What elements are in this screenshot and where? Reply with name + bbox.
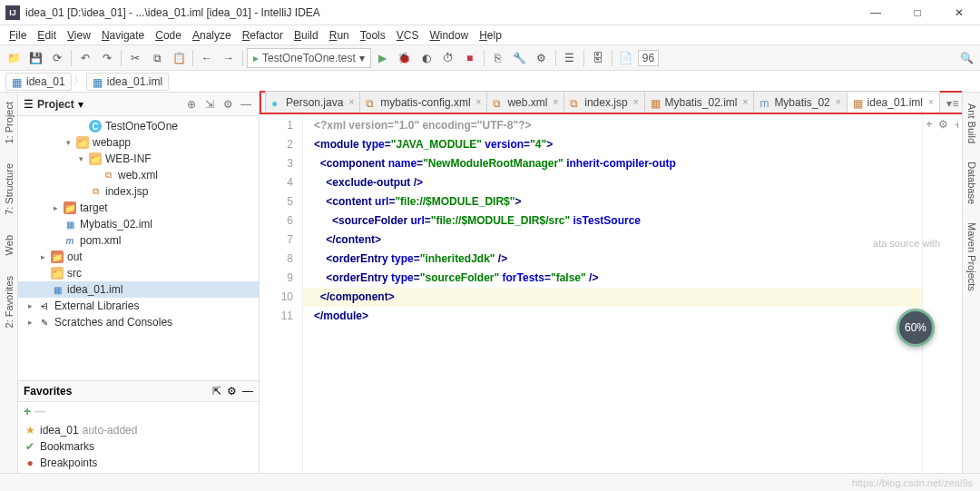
tree-item-out[interactable]: ▸📁out — [18, 249, 259, 265]
attach-icon[interactable]: ⎘ — [488, 48, 508, 68]
editor-tab-index-jsp[interactable]: ⧉index.jsp× — [564, 91, 644, 113]
tree-item-src[interactable]: 📁src — [18, 265, 259, 281]
left-tab-1-project[interactable]: 1: Project — [2, 96, 16, 149]
project-tree[interactable]: CTestOneToOne▾📁webapp▾📁WEB-INF⧉web.xml⧉i… — [18, 116, 259, 380]
debug-icon[interactable]: 🐞 — [395, 48, 415, 68]
tree-item-pom-xml[interactable]: mpom.xml — [18, 232, 259, 249]
editor-tab-idea_01-iml[interactable]: ▦idea_01.iml× — [847, 91, 940, 113]
code-line[interactable]: <orderEntry type="inheritedJdk" /> — [314, 250, 922, 269]
tree-twist-icon[interactable]: ▸ — [25, 318, 34, 327]
paste-icon[interactable]: 📋 — [169, 48, 189, 68]
code-line[interactable]: <module type="JAVA_MODULE" version="4"> — [314, 135, 922, 154]
right-tab-maven-projects[interactable]: Maven Projects — [965, 219, 979, 295]
gear-icon[interactable]: ⚙ — [220, 97, 235, 112]
close-button[interactable]: ✕ — [938, 0, 980, 25]
maximize-button[interactable]: □ — [897, 0, 938, 25]
undo-icon[interactable]: ↶ — [75, 48, 95, 68]
code-content[interactable]: <?xml version="1.0" encoding="UTF-8"?><m… — [303, 114, 922, 473]
breadcrumb-0[interactable]: ▦idea_01 — [5, 73, 72, 91]
close-icon[interactable]: × — [836, 97, 841, 107]
structure-icon[interactable]: ☰ — [560, 48, 580, 68]
right-tab-database[interactable]: Database — [965, 158, 979, 208]
tab-list-icon[interactable]: ▾≡ — [944, 94, 962, 113]
tree-item-testonetoone[interactable]: CTestOneToOne — [18, 118, 259, 134]
tool1-icon[interactable]: 🔧 — [510, 48, 530, 68]
tree-item-idea_01-iml[interactable]: ▦idea_01.iml — [18, 281, 259, 298]
tree-twist-icon[interactable]: ▾ — [76, 154, 85, 163]
hide-icon[interactable]: — — [239, 97, 253, 112]
tree-item-scratches-and-consoles[interactable]: ▸✎Scratches and Consoles — [18, 314, 259, 330]
editor-tab-mybatis-config-xml[interactable]: ⧉mybatis-config.xml× — [359, 91, 487, 113]
close-icon[interactable]: × — [553, 97, 558, 107]
redo-icon[interactable]: ↷ — [97, 48, 117, 68]
menu-build[interactable]: Build — [289, 29, 324, 42]
tree-item-index-jsp[interactable]: ⧉index.jsp — [18, 183, 259, 200]
run-config-dropdown[interactable]: ▸ TestOneToOne.test ▾ — [247, 48, 371, 68]
tree-item-mybatis_02-iml[interactable]: ▦Mybatis_02.iml — [18, 216, 259, 232]
editor-tab-mybatis_02-iml[interactable]: ▦Mybatis_02.iml× — [644, 91, 755, 113]
tree-item-webapp[interactable]: ▾📁webapp — [18, 134, 259, 151]
collapse-icon[interactable]: ⇲ — [202, 97, 217, 112]
editor-tab-web-xml[interactable]: ⧉web.xml× — [486, 91, 564, 113]
code-editor[interactable]: 1234567891011 <?xml version="1.0" encodi… — [260, 114, 962, 473]
menu-vcs[interactable]: VCS — [391, 29, 425, 42]
tree-item-external-libraries[interactable]: ▸⩤External Libraries — [18, 298, 259, 314]
editor-tab-mybatis_02[interactable]: mMybatis_02× — [753, 91, 847, 113]
menu-file[interactable]: File — [4, 29, 32, 42]
save-icon[interactable]: 💾 — [25, 48, 45, 68]
left-tab-7-structure[interactable]: 7: Structure — [2, 158, 16, 221]
forward-icon[interactable]: → — [219, 48, 239, 68]
split-icon[interactable]: ⫞ — [954, 118, 959, 131]
menu-run[interactable]: Run — [324, 29, 355, 42]
gear-icon[interactable]: ⚙ — [938, 118, 948, 131]
code-line[interactable]: </module> — [314, 307, 922, 326]
menu-help[interactable]: Help — [474, 29, 507, 42]
menu-edit[interactable]: Edit — [32, 29, 62, 42]
db-icon[interactable]: 🗄 — [588, 48, 608, 68]
favorite-breakpoints[interactable]: ●Breakpoints — [18, 455, 259, 471]
close-icon[interactable]: × — [743, 97, 749, 107]
tree-item-target[interactable]: ▸📁target — [18, 200, 259, 216]
minimize-button[interactable]: — — [855, 0, 897, 25]
menu-refactor[interactable]: Refactor — [237, 29, 289, 42]
profile-icon[interactable]: ⏱ — [438, 48, 458, 68]
menu-window[interactable]: Window — [424, 29, 474, 42]
tree-twist-icon[interactable]: ▾ — [64, 138, 73, 147]
tree-twist-icon[interactable]: ▸ — [38, 252, 47, 261]
chevron-down-icon[interactable]: ▾ — [78, 98, 83, 111]
left-tab-web[interactable]: Web — [2, 230, 16, 260]
code-line[interactable]: <?xml version="1.0" encoding="UTF-8"?> — [314, 116, 922, 135]
refresh-icon[interactable]: ⟳ — [47, 48, 67, 68]
close-icon[interactable]: × — [476, 97, 482, 107]
fav-expand-icon[interactable]: ⇱ — [212, 385, 221, 398]
search-icon[interactable]: 🔍 — [956, 48, 976, 68]
back-icon[interactable]: ← — [197, 48, 217, 68]
add-favorite-button[interactable]: + — — [18, 402, 259, 420]
close-icon[interactable]: × — [633, 97, 639, 107]
code-line[interactable]: <orderEntry type="sourceFolder" forTests… — [314, 269, 922, 288]
scope-icon[interactable]: ⊕ — [184, 97, 199, 112]
add-icon[interactable]: + — [926, 118, 932, 131]
editor-tab-person-java[interactable]: ●Person.java× — [265, 91, 360, 113]
cut-icon[interactable]: ✂ — [125, 48, 145, 68]
doc-icon[interactable]: 📄 — [616, 48, 636, 68]
menu-navigate[interactable]: Navigate — [96, 29, 150, 42]
tree-twist-icon[interactable]: ▸ — [51, 203, 60, 212]
coverage-icon[interactable]: ◐ — [416, 48, 436, 68]
memory-meter[interactable]: 60% — [897, 309, 935, 347]
menu-view[interactable]: View — [62, 29, 96, 42]
gear-icon[interactable]: ⚙ — [227, 385, 237, 398]
code-line[interactable]: </component> — [303, 288, 922, 307]
code-line[interactable]: <content url="file://$MODULE_DIR$"> — [314, 192, 922, 211]
code-line[interactable]: <sourceFolder url="file://$MODULE_DIR$/s… — [314, 211, 922, 231]
menu-code[interactable]: Code — [150, 29, 187, 42]
code-line[interactable]: </content> — [314, 231, 922, 250]
tree-twist-icon[interactable]: ▸ — [25, 301, 34, 310]
close-icon[interactable]: × — [348, 97, 354, 107]
menu-tools[interactable]: Tools — [355, 29, 391, 42]
right-tab-ant-build[interactable]: Ant Build — [965, 100, 979, 147]
favorite-bookmarks[interactable]: ✔Bookmarks — [18, 438, 259, 455]
menu-analyze[interactable]: Analyze — [187, 29, 237, 42]
favorite-idea_01[interactable]: ★idea_01 auto-added — [18, 422, 259, 438]
hide-icon[interactable]: — — [242, 385, 253, 398]
